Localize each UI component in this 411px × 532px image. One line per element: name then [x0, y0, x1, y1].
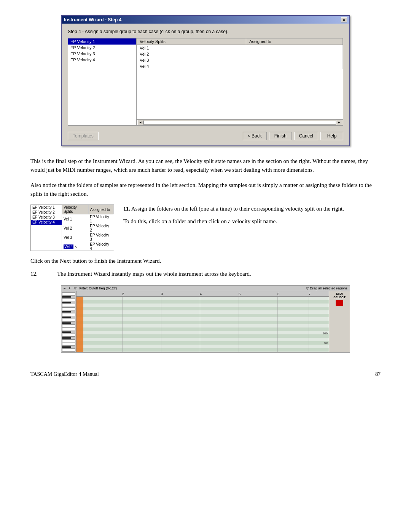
piano-roll-toolbar: − + ▽ Filter: Cutoff freq (0-127) ▽ Drag…: [61, 286, 350, 291]
beat-line: [239, 297, 239, 352]
list-item[interactable]: EP Velocity 4: [68, 57, 136, 63]
piano-key-black: [62, 337, 71, 339]
small-velocity-table: Velocity Splits Assigned to Vel 1EP Velo…: [62, 205, 114, 251]
piano-roll-screenshot: − + ▽ Filter: Cutoff freq (0-127) ▽ Drag…: [61, 285, 350, 353]
midi-select-panel: MIDISELECT: [329, 291, 350, 352]
velocity-50-label: 50: [324, 341, 328, 345]
piano-keys: [61, 291, 76, 352]
list-item: EP Velocity 1: [31, 205, 62, 210]
small-sample-list: EP Velocity 1 EP Velocity 2 EP Velocity …: [31, 205, 62, 251]
body-paragraph-1: This is the final step of the Instrument…: [30, 157, 381, 175]
plus-icon: +: [68, 286, 70, 290]
back-button[interactable]: < Back: [243, 132, 267, 140]
small-dialog-figure: EP Velocity 1 EP Velocity 2 EP Velocity …: [30, 204, 114, 251]
piano-key-black: [62, 296, 71, 298]
beat-7: 7: [309, 292, 311, 296]
scroll-left-arrow[interactable]: ◄: [137, 120, 143, 125]
dialog-title: Instrument Wizard - Step 4: [64, 17, 121, 22]
velocity-splits-table: Velocity Splits Assigned to Vel 1 Vel 2 …: [137, 38, 343, 119]
dialog-footer: Templates < Back Finish Cancel Help: [68, 130, 343, 141]
table-row: Vel 1EP Velocity 1: [62, 214, 114, 224]
vel4-selected-cell: Vel 4: [64, 244, 73, 249]
piano-key-black: [62, 311, 71, 313]
col-header-velocity-splits: Velocity Splits: [137, 38, 246, 45]
piano-key-black: [62, 346, 71, 348]
horizontal-scrollbar[interactable]: ◄ ►: [137, 119, 343, 125]
click-next-paragraph: Click on the Next button to finish the I…: [30, 258, 381, 264]
step12-text: The Instrument Wizard instantly maps out…: [57, 270, 251, 278]
beat-6: 6: [277, 292, 279, 296]
step11-sub: To do this, click on a folder and then c…: [123, 217, 381, 226]
dialog-titlebar: Instrument Wizard - Step 4 ×: [62, 16, 349, 24]
piano-key-white: [62, 307, 75, 310]
list-item: EP Velocity 4: [31, 220, 62, 225]
step12-row: 12. The Instrument Wizard instantly maps…: [30, 270, 381, 278]
step11-text: 11. Assign the folders on the left (one …: [123, 204, 381, 230]
sample-group-list[interactable]: EP Velocity 1 EP Velocity 2 EP Velocity …: [68, 38, 137, 125]
filter-icon: ▽: [74, 286, 76, 290]
beat-5: 5: [239, 292, 241, 296]
piano-key-white: [62, 348, 75, 351]
piano-key-white: [62, 304, 75, 307]
piano-key-black: [62, 316, 71, 318]
dialog-content-area: EP Velocity 1 EP Velocity 2 EP Velocity …: [68, 38, 343, 126]
footer-page-number: 87: [375, 371, 381, 377]
piano-key-white: [62, 292, 75, 296]
scrollbar-track[interactable]: [143, 121, 336, 125]
piano-key-white: [62, 319, 75, 322]
beat-2: 2: [122, 292, 124, 296]
piano-key-white: [62, 298, 75, 301]
beat-line: [122, 297, 123, 352]
list-item[interactable]: EP Velocity 3: [68, 51, 136, 57]
table-row: Vel 3EP Velocity 3: [62, 233, 114, 242]
scroll-right-arrow[interactable]: ►: [336, 120, 342, 125]
table-row: Vel 2EP Velocity 2: [62, 224, 114, 233]
col-header-assigned-to: Assigned to: [246, 38, 343, 45]
beat-header: 2 3 4 5 6 7: [76, 291, 350, 297]
table-row[interactable]: Vel 3: [137, 57, 343, 63]
dialog-instruction: Step 4 - Assign a sample group to each c…: [68, 29, 343, 34]
instrument-wizard-dialog: Instrument Wizard - Step 4 × Step 4 - As…: [61, 15, 350, 146]
beat-4: 4: [200, 292, 202, 296]
help-button[interactable]: Help: [320, 132, 343, 140]
step12-number: 12.: [30, 270, 46, 278]
page-footer: TASCAM GigaEditor 4 Manual 87: [30, 368, 381, 377]
piano-key-white: [62, 324, 75, 328]
table-row[interactable]: Vel 1: [137, 45, 343, 51]
piano-key-white: [62, 328, 75, 331]
grid-area: 2 3 4 5 6 7 MIDISELECT: [76, 291, 350, 352]
table-row[interactable]: Vel 2: [137, 51, 343, 57]
templates-button[interactable]: Templates: [68, 132, 99, 140]
figure-step11: EP Velocity 1 EP Velocity 2 EP Velocity …: [30, 204, 381, 251]
table-row[interactable]: Vel 4: [137, 63, 343, 69]
piano-key-white: [62, 339, 75, 342]
minus-icon: −: [64, 286, 65, 290]
drag-label: ▽ Drag all selected regions: [306, 286, 347, 290]
piano-key-black: [62, 322, 71, 324]
beat-line: [277, 297, 278, 352]
midi-select-bar: [336, 300, 343, 306]
footer-left: TASCAM GigaEditor 4 Manual: [30, 371, 99, 377]
midi-select-label: MIDISELECT: [333, 292, 346, 299]
close-button[interactable]: ×: [341, 17, 347, 22]
note-grid: [76, 297, 329, 352]
piano-key-black: [62, 302, 71, 304]
piano-key-black: [62, 331, 71, 333]
filter-label: Filter: Cutoff freq (0-127): [80, 286, 117, 290]
body-paragraph-2: Also notice that the folders of samples …: [30, 181, 381, 199]
cancel-button[interactable]: Cancel: [294, 132, 318, 140]
list-item: EP Velocity 3: [31, 215, 62, 220]
finish-button[interactable]: Finish: [269, 132, 292, 140]
table-row: Vel 4 ↖ EP Velocity 4: [62, 242, 114, 251]
velocity-100-label: 100: [323, 332, 328, 335]
col-header-vel-splits: Velocity Splits: [62, 205, 88, 214]
list-item[interactable]: EP Velocity 2: [68, 45, 136, 51]
piano-key-white: [62, 313, 75, 316]
piano-key-white: [62, 343, 75, 346]
list-item[interactable]: EP Velocity 1: [68, 38, 136, 45]
piano-key-white: [62, 334, 75, 337]
orange-region: [76, 297, 83, 352]
beat-line: [309, 297, 309, 352]
piano-roll-main: 2 3 4 5 6 7 MIDISELECT: [61, 291, 350, 352]
col-header-assigned: Assigned to: [88, 205, 113, 214]
